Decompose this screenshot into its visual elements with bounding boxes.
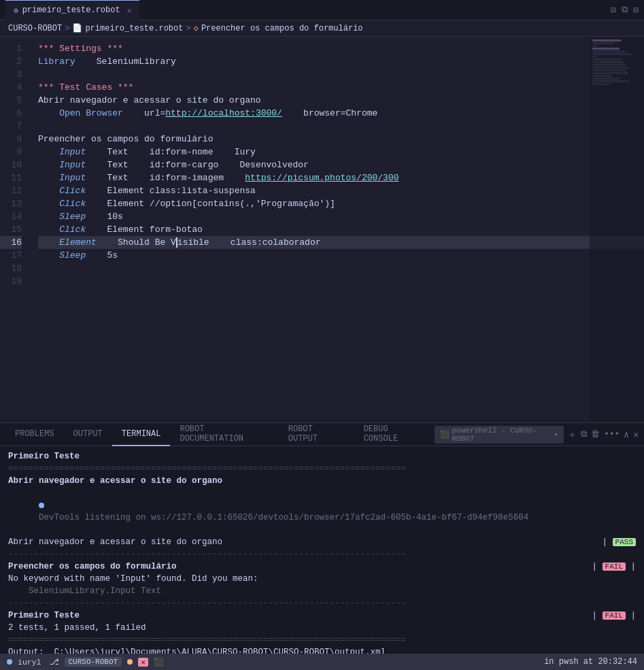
code-line-5: Abrir navegador e acessar o site do orga… bbox=[38, 94, 644, 107]
tab-robot-output[interactable]: ROBOT OUTPUT bbox=[279, 423, 354, 446]
terminal-line-4: Abrir navegador e acessar o site do orga… bbox=[8, 536, 636, 548]
terminal-status-icon: ⬛ bbox=[154, 657, 163, 667]
title-bar: ⚙ primeiro_teste.robot ✕ ⊡ ⧉ ⊟ bbox=[0, 0, 644, 20]
tab-close-button[interactable]: ✕ bbox=[127, 6, 132, 15]
layout-icon[interactable]: ⧉ bbox=[622, 5, 628, 15]
code-line-9: Input Text id:form-nome Iury bbox=[38, 146, 644, 158]
status-left: iuryl ⎇ CURSO-ROBOT ✕ ⬛ bbox=[7, 657, 163, 667]
terminal-name: powershell - CURSO-ROBOT bbox=[452, 426, 552, 443]
devtools-dot bbox=[39, 503, 44, 508]
code-line-16: Element Should Be Visible class:colabora… bbox=[38, 236, 644, 249]
username-label: iuryl bbox=[18, 658, 41, 667]
fail-badge-2: FAIL bbox=[603, 612, 626, 620]
code-container: 12345 678910 1112131415 16 171819 *** Se… bbox=[0, 37, 644, 422]
code-line-4: *** Test Cases *** bbox=[38, 81, 644, 94]
panel-tab-actions: ⬛ powershell - CURSO-ROBOT ▾ ＋ ⧉ 🗑 ••• ∧… bbox=[435, 426, 639, 443]
editor-tab[interactable]: ⚙ primeiro_teste.robot ✕ bbox=[5, 0, 139, 20]
code-line-15: Click Element form-botao bbox=[38, 223, 644, 236]
breadcrumb-file[interactable]: primeiro_teste.robot bbox=[85, 24, 183, 33]
breadcrumb-symbol[interactable]: Preencher os campos do formulário bbox=[201, 24, 363, 33]
error-badge: ✕ bbox=[138, 658, 148, 667]
terminal-line-7: SeleniumLibrary.Input Text bbox=[8, 585, 636, 597]
terminal-line-6: No keyword with name 'Input' found. Did … bbox=[8, 573, 636, 585]
panel-tabs: PROBLEMS OUTPUT TERMINAL ROBOT DOCUMENTA… bbox=[0, 423, 644, 446]
breadcrumb-file-icon: 📄 bbox=[72, 23, 82, 33]
tab-debug-console[interactable]: DEBUG CONSOLE bbox=[354, 423, 435, 446]
terminal-instance-label[interactable]: ⬛ powershell - CURSO-ROBOT ▾ bbox=[435, 426, 564, 443]
code-line-2: Library SeleniumLibrary bbox=[38, 55, 644, 68]
code-line-13: Click Element //option[contains(.,'Progr… bbox=[38, 197, 644, 210]
split-terminal-button[interactable]: ⧉ bbox=[581, 429, 587, 439]
terminal-line-3: DevTools listening on ws://127.0.0.1:650… bbox=[8, 487, 636, 536]
close-panel-button[interactable]: ✕ bbox=[633, 429, 639, 440]
editor-content: 12345 678910 1112131415 16 171819 *** Se… bbox=[0, 37, 644, 422]
kill-terminal-button[interactable]: 🗑 bbox=[591, 429, 600, 439]
terminal-line-2: Abrir navegador e acessar o site do orga… bbox=[8, 475, 636, 487]
breadcrumb-root[interactable]: CURSO-ROBOT bbox=[8, 24, 62, 33]
terminal-sep-4: ========================================… bbox=[8, 634, 636, 646]
breadcrumb-symbol-icon: ◇ bbox=[194, 23, 199, 33]
add-terminal-button[interactable]: ＋ bbox=[568, 429, 577, 441]
minimap bbox=[590, 37, 644, 422]
code-line-6: Open Browser url=http://localhost:3000/ … bbox=[38, 107, 644, 120]
tab-robot-docs[interactable]: ROBOT DOCUMENTATION bbox=[170, 423, 278, 446]
code-line-18 bbox=[38, 262, 644, 275]
editor-area: 12345 678910 1112131415 16 171819 *** Se… bbox=[0, 37, 644, 422]
terminal-content: Primeiro Teste =========================… bbox=[0, 446, 644, 654]
branch-icon: ⎇ bbox=[50, 657, 59, 667]
terminal-sep-2: ----------------------------------------… bbox=[8, 548, 636, 560]
more-actions-button[interactable]: ••• bbox=[604, 429, 620, 439]
minimize-icon[interactable]: ⊟ bbox=[633, 5, 639, 16]
code-line-19 bbox=[38, 275, 644, 288]
code-line-8: Preencher os campos do formulário bbox=[38, 133, 644, 146]
terminal-dropdown-icon: ▾ bbox=[554, 430, 558, 439]
code-line-11: Input Text id:form-imagem https://picsum… bbox=[38, 171, 644, 184]
terminal-icon: ⬛ bbox=[440, 430, 450, 439]
pass-badge-1: PASS bbox=[613, 538, 636, 546]
terminal-sep-1: ========================================… bbox=[8, 463, 636, 475]
status-bar: iuryl ⎇ CURSO-ROBOT ✕ ⬛ in pwsh at 20:32… bbox=[0, 654, 644, 670]
code-line-7 bbox=[38, 120, 644, 133]
code-line-12: Click Element class:lista-suspensa bbox=[38, 184, 644, 197]
tab-problems[interactable]: PROBLEMS bbox=[5, 423, 64, 446]
code-lines: *** Settings *** Library SeleniumLibrary… bbox=[27, 37, 644, 422]
terminal-line-9: 2 tests, 1 passed, 1 failed bbox=[8, 622, 636, 634]
tab-filename: primeiro_teste.robot bbox=[22, 5, 120, 15]
robot-icon: ⚙ bbox=[14, 6, 18, 15]
terminal-line-5: Preencher os campos do formulário | FAIL… bbox=[8, 560, 636, 573]
line-numbers: 12345 678910 1112131415 16 171819 bbox=[0, 37, 27, 422]
warning-dot bbox=[127, 659, 133, 665]
status-time: in pwsh at 20:32:44 bbox=[544, 657, 637, 667]
terminal-line-10: Output: C:\Users\iuryl\Documents\ALURA\C… bbox=[8, 646, 636, 654]
code-line-14: Sleep 10s bbox=[38, 210, 644, 223]
maximize-panel-button[interactable]: ∧ bbox=[624, 429, 629, 440]
terminal-line-1: Primeiro Teste bbox=[8, 450, 636, 463]
code-line-10: Input Text id:form-cargo Desenvolvedor bbox=[38, 158, 644, 171]
tab-output[interactable]: OUTPUT bbox=[64, 423, 112, 446]
terminal-line-8: Primeiro Teste | FAIL | bbox=[8, 609, 636, 622]
panel: PROBLEMS OUTPUT TERMINAL ROBOT DOCUMENTA… bbox=[0, 422, 644, 654]
tab-terminal[interactable]: TERMINAL bbox=[112, 423, 171, 446]
branch-label[interactable]: CURSO-ROBOT bbox=[65, 657, 122, 667]
code-line-1: *** Settings *** bbox=[38, 42, 644, 55]
user-dot bbox=[7, 659, 12, 665]
code-line-17: Sleep 5s bbox=[38, 249, 644, 262]
fail-badge-1: FAIL bbox=[603, 563, 626, 571]
split-editor-icon[interactable]: ⊡ bbox=[611, 5, 616, 16]
breadcrumb: CURSO-ROBOT > 📄 primeiro_teste.robot > ◇… bbox=[0, 20, 644, 37]
code-line-3 bbox=[38, 68, 644, 81]
window-controls: ⊡ ⧉ ⊟ bbox=[611, 5, 639, 16]
terminal-sep-3: ----------------------------------------… bbox=[8, 597, 636, 609]
